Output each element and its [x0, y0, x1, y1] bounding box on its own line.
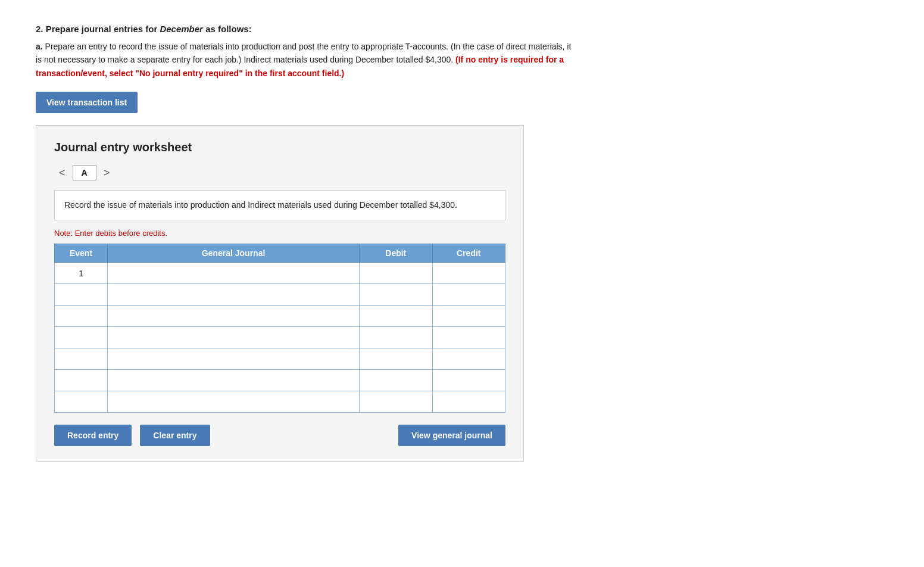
debit-cell[interactable]: [360, 391, 432, 413]
credit-input[interactable]: [438, 332, 500, 344]
view-transaction-button[interactable]: View transaction list: [36, 92, 138, 113]
table-row: [55, 284, 505, 306]
event-cell: [55, 284, 108, 306]
general-journal-cell[interactable]: [108, 327, 360, 348]
event-cell: [55, 391, 108, 413]
general-journal-input[interactable]: [113, 396, 354, 408]
note-text: Note: Enter debits before credits.: [54, 229, 505, 238]
next-tab-button[interactable]: >: [99, 167, 115, 179]
credit-cell[interactable]: [432, 370, 505, 391]
general-journal-cell[interactable]: [108, 306, 360, 327]
credit-input[interactable]: [438, 267, 500, 279]
general-journal-input[interactable]: [113, 353, 354, 365]
credit-cell[interactable]: [432, 263, 505, 284]
debit-cell[interactable]: [360, 284, 432, 306]
credit-input[interactable]: [438, 353, 500, 365]
credit-cell[interactable]: [432, 284, 505, 306]
view-general-journal-button[interactable]: View general journal: [398, 425, 505, 446]
general-journal-input[interactable]: [113, 375, 354, 387]
part-a-instruction: a. Prepare an entry to record the issue …: [36, 40, 572, 80]
debit-cell[interactable]: [360, 306, 432, 327]
table-row: [55, 348, 505, 370]
action-buttons-row: Record entry Clear entry View general jo…: [54, 425, 505, 446]
table-row: 1: [55, 263, 505, 284]
table-row: [55, 370, 505, 391]
debit-input[interactable]: [364, 332, 427, 344]
record-entry-button[interactable]: Record entry: [54, 425, 132, 446]
prev-tab-button[interactable]: <: [54, 167, 70, 179]
part-a-label: a.: [36, 42, 43, 51]
debit-input[interactable]: [364, 310, 427, 322]
credit-input[interactable]: [438, 310, 500, 322]
journal-table: Event General Journal Debit Credit 1: [54, 244, 505, 413]
table-row: [55, 327, 505, 348]
debit-input[interactable]: [364, 267, 427, 279]
event-cell: [55, 348, 108, 370]
debit-input[interactable]: [364, 353, 427, 365]
table-row: [55, 306, 505, 327]
debit-input[interactable]: [364, 375, 427, 387]
clear-entry-button[interactable]: Clear entry: [140, 425, 210, 446]
credit-cell[interactable]: [432, 327, 505, 348]
worksheet-title: Journal entry worksheet: [54, 141, 505, 154]
credit-input[interactable]: [438, 396, 500, 408]
credit-cell[interactable]: [432, 306, 505, 327]
general-journal-cell[interactable]: [108, 263, 360, 284]
general-journal-input[interactable]: [113, 267, 354, 279]
general-journal-input[interactable]: [113, 310, 354, 322]
debit-cell[interactable]: [360, 263, 432, 284]
credit-input[interactable]: [438, 375, 500, 387]
col-general-journal: General Journal: [108, 244, 360, 263]
tabs-row: < A >: [54, 165, 505, 180]
credit-cell[interactable]: [432, 348, 505, 370]
debit-cell[interactable]: [360, 370, 432, 391]
col-event: Event: [55, 244, 108, 263]
event-cell: [55, 327, 108, 348]
col-debit: Debit: [360, 244, 432, 263]
debit-input[interactable]: [364, 289, 427, 301]
question-intro: Prepare journal entries for December as …: [46, 24, 252, 34]
debit-input[interactable]: [364, 396, 427, 408]
event-cell: 1: [55, 263, 108, 284]
event-cell: [55, 306, 108, 327]
debit-cell[interactable]: [360, 348, 432, 370]
credit-cell[interactable]: [432, 391, 505, 413]
general-journal-cell[interactable]: [108, 348, 360, 370]
general-journal-input[interactable]: [113, 332, 354, 344]
general-journal-cell[interactable]: [108, 284, 360, 306]
event-cell: [55, 370, 108, 391]
general-journal-cell[interactable]: [108, 391, 360, 413]
general-journal-input[interactable]: [113, 289, 354, 301]
tab-a[interactable]: A: [73, 165, 96, 180]
entry-description: Record the issue of materials into produ…: [54, 190, 505, 220]
col-credit: Credit: [432, 244, 505, 263]
credit-input[interactable]: [438, 289, 500, 301]
debit-cell[interactable]: [360, 327, 432, 348]
journal-entry-worksheet: Journal entry worksheet < A > Record the…: [36, 125, 524, 462]
table-row: [55, 391, 505, 413]
general-journal-cell[interactable]: [108, 370, 360, 391]
question-number: 2. Prepare journal entries for December …: [36, 24, 888, 34]
